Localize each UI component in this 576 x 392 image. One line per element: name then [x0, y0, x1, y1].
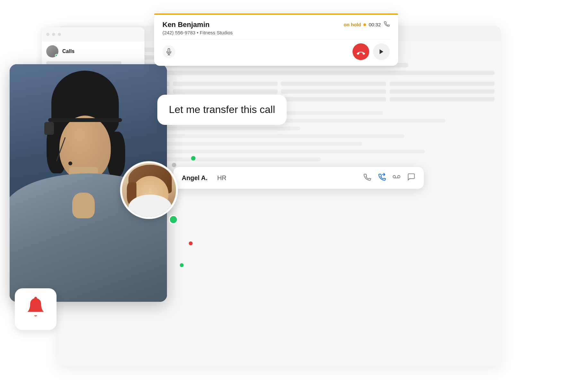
- call-contact-info: Ken Benjamin (242) 556-9783 • Fitness St…: [162, 21, 233, 35]
- svg-point-3: [393, 176, 396, 178]
- person-hand: [72, 193, 95, 218]
- svg-point-4: [397, 176, 400, 178]
- calls-panel-body: Calls: [42, 41, 144, 61]
- contact-sub: (242) 556-9783 • Fitness Studios: [162, 30, 233, 35]
- call-card-actions: [162, 43, 390, 60]
- transfer-call-icon[interactable]: [378, 173, 386, 183]
- on-hold-dot: [363, 23, 366, 26]
- chat-message-text: Let me transfer this call: [169, 104, 275, 115]
- calls-avatar: [46, 45, 58, 57]
- agent-contact-row: Angel A. HR: [173, 167, 424, 189]
- headset-band: [48, 118, 122, 122]
- on-hold-label: on hold: [344, 22, 361, 27]
- bell-notification-card: [15, 288, 57, 330]
- headset-earcup: [44, 122, 54, 135]
- call-card-header: Ken Benjamin (242) 556-9783 • Fitness St…: [162, 21, 390, 35]
- mute-button[interactable]: [162, 45, 175, 58]
- status-indicator-green-bottom: [180, 263, 184, 267]
- typing-indicator-dot-2: [172, 163, 176, 167]
- call-card-accent: [154, 13, 398, 15]
- headset-mic-tip: [68, 161, 72, 165]
- call-agent-icon[interactable]: [363, 173, 371, 183]
- active-call-card: Ken Benjamin (242) 556-9783 • Fitness St…: [154, 13, 398, 66]
- typing-indicator-dot-1: [191, 156, 196, 161]
- svg-point-6: [34, 297, 37, 300]
- agent-name: Angel A.: [182, 174, 207, 182]
- contact-name: Ken Benjamin: [162, 21, 233, 29]
- status-indicator-red: [189, 241, 193, 245]
- svg-marker-2: [380, 49, 383, 54]
- call-status: on hold 00:32: [344, 21, 390, 29]
- end-call-button[interactable]: [353, 43, 369, 60]
- resume-call-button[interactable]: [373, 43, 390, 60]
- avatar-online-dot: [55, 54, 58, 57]
- voicemail-icon[interactable]: [392, 173, 401, 183]
- agent-info: Angel A. HR: [182, 174, 358, 182]
- agent-action-icons: [363, 173, 415, 183]
- calls-panel-title: Calls: [62, 48, 74, 54]
- agent-online-status-dot: [169, 215, 178, 224]
- call-timer: 00:32: [369, 22, 381, 27]
- agent-department: HR: [217, 174, 226, 182]
- bell-icon: [25, 296, 47, 322]
- message-agent-icon[interactable]: [407, 173, 415, 183]
- agent-avatar-circle: [120, 161, 178, 219]
- call-phone-icon: [383, 21, 390, 29]
- chat-message-bubble: Let me transfer this call: [157, 95, 287, 125]
- calls-panel-header: [42, 27, 144, 41]
- call-card-divider: [162, 39, 390, 39]
- call-action-buttons: [353, 43, 390, 60]
